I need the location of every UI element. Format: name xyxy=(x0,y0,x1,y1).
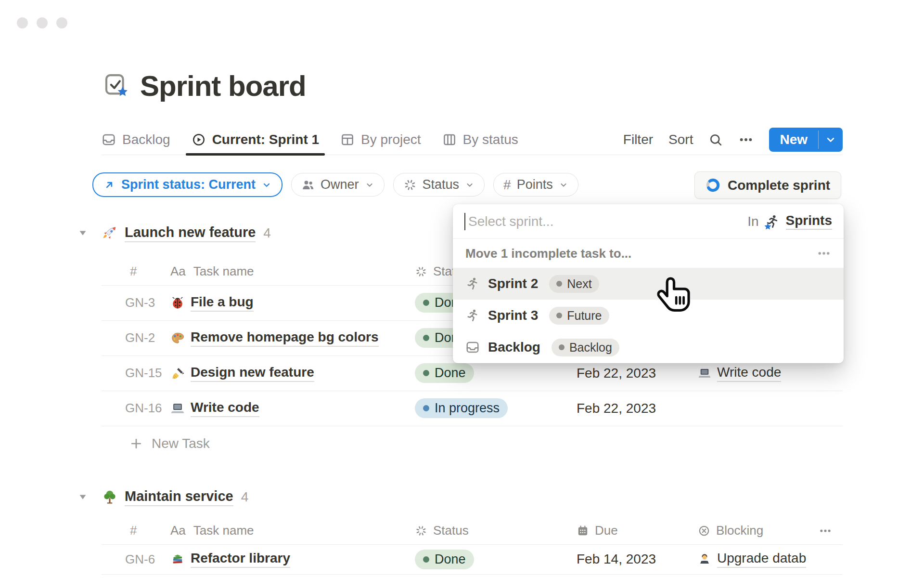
table-icon xyxy=(340,132,355,147)
status-spinner-icon xyxy=(403,178,417,192)
sprint-search-row: In Sprints xyxy=(453,204,844,239)
task-link[interactable]: Remove homepage bg colors xyxy=(191,329,379,347)
collapse-triangle-icon[interactable] xyxy=(77,492,88,502)
group-header-maintain-service[interactable]: Maintain service 4 xyxy=(102,486,248,509)
table-row[interactable]: GN-16 Write code In progress Feb 22, 202… xyxy=(102,391,843,426)
owner-chip[interactable]: Owner xyxy=(291,173,385,197)
task-name-cell[interactable]: Design new feature xyxy=(170,365,415,382)
task-link[interactable]: Refactor library xyxy=(191,551,290,568)
blocked-circle-icon xyxy=(698,525,710,537)
new-task-button[interactable]: New Task xyxy=(102,426,370,461)
sprint-search-input[interactable] xyxy=(468,214,740,229)
window-minimize-icon[interactable] xyxy=(37,17,48,28)
status-cell[interactable]: Done xyxy=(415,363,577,383)
plus-icon xyxy=(129,437,143,450)
sprints-database-link[interactable]: Sprints xyxy=(786,213,832,230)
group-count: 4 xyxy=(263,225,271,241)
complete-sprint-button[interactable]: Complete sprint xyxy=(694,171,841,199)
column-header-task-name[interactable]: Aa Task name xyxy=(170,264,415,279)
people-icon xyxy=(301,178,315,192)
runner-icon xyxy=(465,276,480,291)
blocking-cell[interactable]: Upgrade datab xyxy=(698,551,819,568)
group-header-launch-new-feature[interactable]: Launch new feature 4 xyxy=(102,222,271,245)
table-row[interactable]: GN-6 Refactor library Done Feb 14, 2023 … xyxy=(102,544,843,575)
more-options-icon[interactable] xyxy=(738,132,754,147)
runner-icon xyxy=(465,308,480,323)
due-cell[interactable]: Feb 14, 2023 xyxy=(577,552,698,567)
column-header-task-name[interactable]: Aa Task name xyxy=(170,523,415,538)
tab-by-project[interactable]: By project xyxy=(334,124,427,155)
task-name-cell[interactable]: Refactor library xyxy=(170,551,415,568)
move-sprint-dropdown: In Sprints Move 1 incomplete task to... … xyxy=(453,204,844,363)
relation-link[interactable]: Upgrade datab xyxy=(717,551,806,568)
due-cell[interactable]: Feb 22, 2023 xyxy=(577,366,698,381)
group-count: 4 xyxy=(241,489,249,505)
text-caret xyxy=(464,213,465,230)
task-id: GN-6 xyxy=(102,552,170,567)
sprint-status-badge: Future xyxy=(549,307,609,325)
column-header-id[interactable]: # xyxy=(102,523,170,538)
hash-icon: # xyxy=(503,177,511,193)
task-link[interactable]: Design new feature xyxy=(191,365,314,382)
writing-hand-emoji-icon xyxy=(170,366,185,381)
dropdown-section-header: Move 1 incomplete task to... xyxy=(453,239,844,268)
sort-button[interactable]: Sort xyxy=(668,132,693,147)
checkbox-star-page-icon[interactable] xyxy=(104,74,128,99)
tab-by-status[interactable]: By status xyxy=(436,124,524,155)
task-name-cell[interactable]: Write code xyxy=(170,400,415,417)
relation-link[interactable]: Write code xyxy=(717,365,781,382)
tab-current-sprint[interactable]: Current: Sprint 1 xyxy=(186,124,325,155)
new-dropdown-chevron-icon[interactable] xyxy=(819,128,843,152)
chevron-down-icon xyxy=(261,180,272,190)
group-title[interactable]: Maintain service xyxy=(125,488,233,506)
palette-emoji-icon xyxy=(170,331,185,345)
status-badge: Done xyxy=(415,363,474,383)
status-dot-icon xyxy=(556,281,562,287)
group-title[interactable]: Launch new feature xyxy=(125,224,256,242)
in-sprints-label: In Sprints xyxy=(747,213,832,230)
column-header-due[interactable]: Due xyxy=(577,523,698,538)
tab-backlog[interactable]: Backlog xyxy=(102,124,176,155)
section-more-icon[interactable] xyxy=(817,246,831,261)
status-cell[interactable]: In progress xyxy=(415,398,577,418)
blocking-cell[interactable]: Write code xyxy=(698,365,819,382)
status-dot-icon xyxy=(423,300,429,306)
points-chip[interactable]: # Points xyxy=(493,173,578,197)
toolbar: Filter Sort New xyxy=(623,128,843,152)
sprint-status-chip[interactable]: Sprint status: Current xyxy=(92,172,282,197)
inbox-icon xyxy=(465,340,480,355)
task-name-cell[interactable]: Remove homepage bg colors xyxy=(170,329,415,347)
task-link[interactable]: Write code xyxy=(191,400,259,417)
column-header-id[interactable]: # xyxy=(102,264,170,279)
filter-button[interactable]: Filter xyxy=(623,132,653,147)
status-chip[interactable]: Status xyxy=(393,173,485,197)
column-header-status[interactable]: Status xyxy=(415,523,577,538)
status-cell[interactable]: Done xyxy=(415,550,577,569)
chevron-down-icon xyxy=(559,180,568,190)
chevron-down-icon xyxy=(365,180,374,190)
dropdown-item-backlog[interactable]: Backlog Backlog xyxy=(453,331,844,363)
rocket-emoji-icon xyxy=(102,225,118,241)
laptop-emoji-icon xyxy=(170,401,185,416)
window-zoom-icon[interactable] xyxy=(56,17,67,28)
sprint-status-badge: Backlog xyxy=(552,339,619,356)
task-id: GN-16 xyxy=(102,401,170,416)
calendar-icon xyxy=(577,525,589,537)
search-icon[interactable] xyxy=(708,132,723,147)
window-controls xyxy=(17,17,67,28)
technologist-emoji-icon xyxy=(698,552,711,566)
add-column-more-icon[interactable] xyxy=(819,524,843,538)
chevron-down-icon xyxy=(465,180,475,190)
status-spinner-icon xyxy=(415,525,427,537)
dropdown-item-sprint-2[interactable]: Sprint 2 Next xyxy=(453,268,844,300)
task-name-cell[interactable]: File a bug xyxy=(170,294,415,312)
task-link[interactable]: File a bug xyxy=(191,294,254,312)
dropdown-item-sprint-3[interactable]: Sprint 3 Future xyxy=(453,300,844,331)
window-close-icon[interactable] xyxy=(17,17,28,28)
view-tabbar: Backlog Current: Sprint 1 By project By … xyxy=(102,124,843,155)
status-dot-icon xyxy=(556,313,562,318)
column-header-blocking[interactable]: Blocking xyxy=(698,523,819,538)
new-button[interactable]: New xyxy=(769,128,818,152)
due-cell[interactable]: Feb 22, 2023 xyxy=(577,401,698,416)
collapse-triangle-icon[interactable] xyxy=(77,228,88,238)
